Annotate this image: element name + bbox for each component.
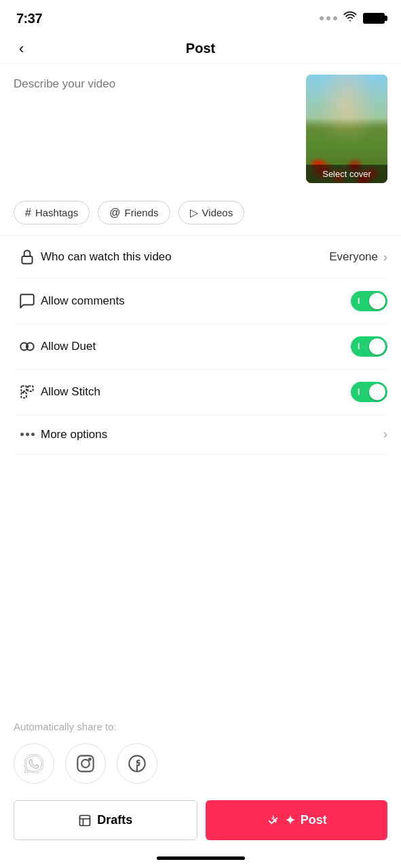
hashtag-icon: #: [25, 207, 31, 219]
description-area: Select cover: [0, 64, 401, 194]
whatsapp-share-button[interactable]: [14, 743, 54, 784]
svg-point-7: [81, 760, 90, 768]
home-indicator: [0, 851, 401, 868]
select-cover-label[interactable]: Select cover: [306, 165, 387, 183]
tags-row: # Hashtags @ Friends ▷ Videos: [0, 194, 401, 236]
svg-rect-6: [77, 755, 93, 771]
settings-list: Who can watch this video Everyone › Allo…: [0, 236, 401, 454]
who-can-watch-value: Everyone ›: [329, 250, 387, 264]
drafts-icon: [78, 814, 92, 827]
videos-label: Videos: [202, 207, 233, 218]
hashtags-label: Hashtags: [35, 207, 78, 218]
home-bar: [157, 856, 245, 860]
friends-button[interactable]: @ Friends: [98, 201, 170, 224]
post-button[interactable]: ✦ Post: [206, 800, 388, 840]
allow-comments-toggle[interactable]: I: [351, 291, 387, 311]
comment-icon: [14, 292, 41, 310]
description-input[interactable]: [14, 75, 295, 183]
who-can-watch-label: Who can watch this video: [41, 250, 329, 264]
wifi-icon: [343, 12, 358, 25]
status-time: 7:37: [16, 11, 42, 26]
bottom-buttons: Drafts ✦ Post: [0, 792, 401, 851]
svg-rect-5: [21, 393, 26, 398]
chevron-right-icon: ›: [383, 427, 387, 441]
video-thumbnail[interactable]: Select cover: [306, 75, 387, 183]
allow-duet-label: Allow Duet: [41, 340, 351, 353]
more-icon: [14, 433, 41, 436]
allow-duet-toggle[interactable]: I: [351, 336, 387, 357]
allow-comments-row[interactable]: Allow comments I: [14, 279, 387, 324]
share-icons-row: [14, 743, 387, 784]
facebook-share-button[interactable]: [117, 743, 157, 784]
svg-rect-3: [21, 386, 26, 391]
back-button[interactable]: ‹: [14, 37, 29, 60]
post-icon: [266, 814, 280, 827]
status-bar: 7:37: [0, 0, 401, 34]
videos-button[interactable]: ▷ Videos: [178, 201, 245, 224]
battery-icon: [363, 13, 385, 24]
svg-point-8: [89, 758, 91, 760]
page-title: Post: [186, 41, 215, 56]
at-icon: @: [109, 207, 120, 219]
svg-rect-10: [80, 815, 90, 825]
allow-stitch-toggle[interactable]: I: [351, 382, 387, 402]
more-options-label: More options: [41, 428, 381, 441]
status-icons: [320, 12, 385, 25]
svg-rect-4: [28, 386, 33, 391]
lock-icon: [14, 248, 41, 266]
svg-rect-0: [22, 256, 32, 264]
allow-comments-label: Allow comments: [41, 294, 351, 308]
page-header: ‹ Post: [0, 34, 401, 64]
share-section: Automatically share to:: [0, 705, 401, 792]
hashtags-button[interactable]: # Hashtags: [14, 201, 90, 224]
instagram-share-button[interactable]: [65, 743, 106, 784]
play-icon: ▷: [190, 206, 198, 219]
more-options-row[interactable]: More options ›: [14, 415, 387, 454]
allow-duet-row[interactable]: Allow Duet I: [14, 324, 387, 370]
more-options-chevron: ›: [381, 427, 387, 441]
chevron-right-icon: ›: [383, 250, 387, 264]
stitch-icon: [14, 383, 41, 401]
signal-icon: [320, 16, 337, 20]
allow-stitch-label: Allow Stitch: [41, 385, 351, 399]
share-label: Automatically share to:: [14, 721, 387, 732]
allow-stitch-row[interactable]: Allow Stitch I: [14, 370, 387, 415]
duet-icon: [14, 338, 41, 355]
who-can-watch-row[interactable]: Who can watch this video Everyone ›: [14, 236, 387, 279]
friends-label: Friends: [125, 207, 159, 218]
drafts-button[interactable]: Drafts: [14, 800, 197, 840]
